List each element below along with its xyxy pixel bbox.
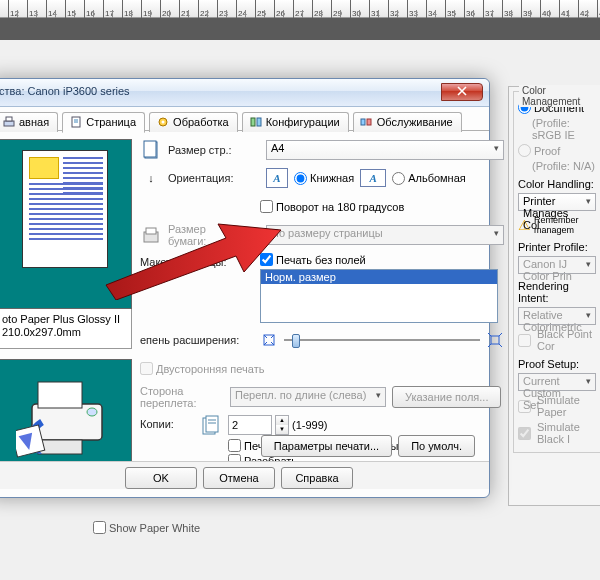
rotate-180-checkbox[interactable]: Поворот на 180 градусов [260, 200, 404, 213]
cm-handling-select[interactable]: Printer Manages Col [518, 193, 596, 211]
ruler-minor-tick [74, 10, 75, 18]
tab-main[interactable]: авная [0, 112, 58, 132]
tab-bar: авная Страница Обработка Конфигурации Об… [0, 107, 489, 131]
cancel-button[interactable]: Отмена [203, 467, 275, 489]
extent-max-icon [486, 331, 504, 349]
printer-illustration-icon [16, 372, 116, 458]
ok-button[interactable]: OK [125, 467, 197, 489]
help-button[interactable]: Справка [281, 467, 353, 489]
page-icon [69, 116, 83, 128]
svg-rect-10 [367, 119, 371, 125]
defaults-button[interactable]: По умолч. [398, 435, 475, 457]
ruler-minor-tick [549, 10, 550, 18]
extent-min-icon [260, 331, 278, 349]
svg-rect-0 [4, 121, 14, 126]
show-paper-white-checkbox[interactable]: Show Paper White [93, 521, 200, 534]
cm-printer-profile-select: Canon IJ Color Prin [518, 256, 596, 274]
orientation-arrow-icon: ↓ [140, 167, 162, 189]
cm-proof-profile: (Profile: N/A) [518, 160, 596, 172]
svg-rect-12 [38, 382, 82, 408]
print-options-button[interactable]: Параметры печати... [261, 435, 392, 457]
portrait-icon: A [266, 168, 288, 188]
ruler-minor-tick [169, 10, 170, 18]
close-icon [457, 86, 467, 96]
binding-side-label: Сторона переплета: [140, 385, 224, 409]
ruler-minor-tick [188, 10, 189, 18]
page-size-select[interactable]: A4 [266, 140, 504, 160]
tab-service[interactable]: Обслуживание [353, 112, 462, 132]
svg-rect-7 [251, 118, 255, 126]
svg-rect-13 [38, 440, 82, 454]
ruler-minor-tick [150, 10, 151, 18]
copies-spinner[interactable]: ▲▼ [275, 415, 289, 435]
margin-button: Указание поля... [392, 386, 501, 408]
tab-page[interactable]: Страница [62, 112, 145, 133]
paper-size-icon [140, 224, 162, 246]
extension-label: епень расширения: [140, 334, 254, 346]
cm-doc-profile: (Profile: sRGB IE [518, 117, 596, 141]
tab-processing[interactable]: Обработка [149, 112, 237, 132]
landscape-radio[interactable]: Альбомная [392, 172, 466, 185]
ruler-minor-tick [93, 10, 94, 18]
ruler-minor-tick [283, 10, 284, 18]
landscape-icon: A [360, 169, 386, 187]
ruler-minor-tick [36, 10, 37, 18]
ruler-minor-tick [359, 10, 360, 18]
svg-rect-21 [491, 336, 499, 344]
portrait-radio[interactable]: Книжная [294, 172, 354, 185]
ruler-minor-tick [378, 10, 379, 18]
ruler-minor-tick [226, 10, 227, 18]
svg-rect-9 [361, 119, 365, 125]
page-thumbnail [22, 150, 108, 268]
close-button[interactable] [441, 83, 483, 101]
tab-config[interactable]: Конфигурации [242, 112, 349, 132]
ruler-minor-tick [473, 10, 474, 18]
page-layout-label: Макет страницы: [140, 253, 254, 268]
ruler-minor-tick [112, 10, 113, 18]
layout-listbox[interactable]: Норм. размер [260, 269, 498, 323]
cm-handling-label: Color Handling: [518, 178, 596, 190]
svg-rect-1 [6, 117, 12, 121]
copies-icon [200, 415, 222, 437]
wrench-icon [360, 116, 374, 128]
color-management-panel: Color Management Document (Profile: sRGB… [508, 86, 600, 506]
ruler-minor-tick [568, 10, 569, 18]
ruler-minor-tick [454, 10, 455, 18]
ruler-minor-tick [264, 10, 265, 18]
ruler-minor-tick [17, 10, 18, 18]
copies-label: Копии: [140, 415, 194, 430]
ruler-minor-tick [207, 10, 208, 18]
ruler-minor-tick [416, 10, 417, 18]
extension-slider[interactable] [284, 331, 480, 349]
dialog-title: ства: Canon iP3600 series [0, 85, 130, 97]
cm-printer-profile-label: Printer Profile: [518, 241, 596, 253]
svg-point-6 [162, 121, 165, 124]
cm-proof-setup-select: Current Custom Set [518, 373, 596, 391]
copies-range: (1-999) [292, 419, 327, 431]
page-size-label: Размер стр.: [168, 144, 260, 156]
svg-rect-17 [144, 141, 156, 157]
orientation-label: Ориентация: [168, 172, 260, 184]
copies-input[interactable] [228, 415, 272, 435]
dialog-titlebar[interactable]: ства: Canon iP3600 series [0, 79, 489, 107]
gear-icon [156, 116, 170, 128]
page-size-icon [140, 139, 162, 161]
ruler-minor-tick [511, 10, 512, 18]
spin-up-icon: ▲ [276, 416, 288, 425]
ruler-minor-tick [245, 10, 246, 18]
cm-proof-setup-label: Proof Setup: [518, 358, 596, 370]
ruler-minor-tick [302, 10, 303, 18]
page-preview [0, 139, 132, 309]
svg-rect-8 [257, 118, 261, 126]
spin-down-icon: ▼ [276, 425, 288, 434]
paper-size-label: Размер бумаги: [168, 223, 260, 247]
borderless-checkbox[interactable]: Печать без полей [260, 254, 366, 266]
ruler-minor-tick [530, 10, 531, 18]
duplex-checkbox: Двусторонняя печать [140, 362, 264, 375]
ruler-minor-tick [587, 10, 588, 18]
svg-rect-19 [146, 228, 156, 234]
svg-point-14 [87, 408, 97, 416]
printer-icon [2, 116, 16, 128]
layout-selected-item[interactable]: Норм. размер [261, 270, 497, 284]
cm-sim-black-checkbox: Simulate Black I [518, 421, 596, 445]
